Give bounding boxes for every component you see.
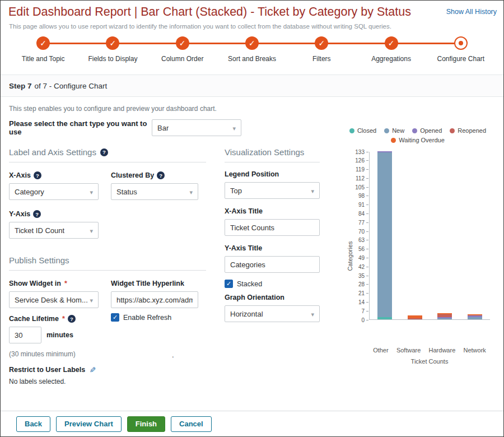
stacked-bar bbox=[437, 313, 452, 319]
stepper-steps: Title and TopicFields to DisplayColumn O… bbox=[8, 36, 496, 71]
finish-button[interactable]: Finish bbox=[127, 416, 165, 432]
y-tick-mark bbox=[366, 178, 368, 179]
legend-item[interactable]: Opened bbox=[412, 127, 442, 134]
stacked-bar bbox=[468, 314, 482, 319]
visualization-settings-title: Visualization Settings bbox=[225, 147, 304, 157]
cache-lifetime-input[interactable] bbox=[9, 327, 41, 343]
step-check-icon bbox=[245, 36, 259, 50]
graph-orientation-select[interactable]: Horizontal bbox=[225, 305, 320, 322]
y-tick: 0 bbox=[361, 317, 368, 323]
legend-position-value: Top bbox=[230, 187, 242, 195]
widget-hyperlink-field: Widget Title Hyperlink Enable Refresh bbox=[111, 271, 198, 308]
legend-dot-icon bbox=[384, 128, 389, 133]
stepper-step[interactable]: Column Order bbox=[148, 36, 217, 71]
preview-chart-button[interactable]: Preview Chart bbox=[56, 416, 122, 432]
cancel-button[interactable]: Cancel bbox=[171, 416, 212, 432]
y-tick-mark bbox=[366, 213, 368, 214]
y-tick-label: 0 bbox=[361, 317, 365, 323]
show-all-history-link[interactable]: Show All History bbox=[446, 8, 497, 16]
clustered-by-select[interactable]: Status bbox=[111, 183, 198, 200]
legend-position-label-text: Legend Position bbox=[225, 170, 279, 178]
x-axis-value: Category bbox=[15, 188, 44, 196]
y-tick: 119 bbox=[356, 166, 368, 173]
y-tick-mark bbox=[366, 320, 368, 320]
chart-type-value: Bar bbox=[157, 124, 169, 132]
step-label: Sort and Breaks bbox=[228, 55, 276, 63]
stepper-step[interactable]: Configure Chart bbox=[426, 36, 496, 71]
edit-pencil-icon[interactable] bbox=[88, 366, 97, 373]
y-tick-label: 119 bbox=[356, 166, 365, 173]
y-tick: 84 bbox=[358, 211, 368, 217]
stacked-checkbox[interactable] bbox=[225, 280, 233, 288]
help-icon[interactable] bbox=[34, 171, 41, 179]
stacked-row: Stacked bbox=[225, 280, 320, 288]
chart-preview: ClosedNewOpenedReopenedWaiting Overdue C… bbox=[337, 127, 499, 347]
y-tick-mark bbox=[366, 169, 368, 170]
y-axis-title-input[interactable] bbox=[225, 256, 320, 273]
y-tick-mark bbox=[366, 222, 368, 223]
stepper-step[interactable]: Fields to Display bbox=[78, 36, 147, 71]
x-axis-select[interactable]: Category bbox=[9, 183, 99, 200]
y-tick-mark bbox=[366, 152, 368, 152]
legend-item[interactable]: Closed bbox=[349, 127, 376, 134]
y-tick-mark bbox=[366, 293, 368, 294]
chevron-down-icon bbox=[311, 310, 314, 318]
legend-item[interactable]: Waiting Overdue bbox=[391, 137, 445, 143]
chart-type-select[interactable]: Bar bbox=[152, 119, 241, 136]
y-tick: 35 bbox=[358, 273, 368, 279]
step-description: This step enables you to configure and p… bbox=[9, 105, 217, 113]
graph-orientation-label-text: Graph Orientation bbox=[225, 294, 284, 301]
legend-item[interactable]: New bbox=[384, 127, 404, 134]
show-widget-label: Show Widget in bbox=[9, 280, 61, 287]
help-icon[interactable] bbox=[68, 315, 76, 323]
clustered-by-value: Status bbox=[116, 188, 137, 196]
y-tick-label: 91 bbox=[358, 202, 365, 208]
stepper-step[interactable]: Sort and Breaks bbox=[217, 36, 287, 71]
chart-x-labels: OtherSoftwareHardwareNetwork bbox=[369, 347, 490, 354]
legend-position-select[interactable]: Top bbox=[225, 182, 320, 199]
cache-lifetime-field: Cache Lifetime * minutes (30 minutes min… bbox=[9, 315, 206, 358]
y-axis-select[interactable]: Ticket ID Count bbox=[9, 222, 99, 239]
show-widget-label-row: Show Widget in * bbox=[9, 280, 99, 287]
cache-lifetime-hint: (30 minutes minimum) bbox=[9, 350, 206, 358]
y-tick-mark bbox=[366, 284, 368, 285]
back-button[interactable]: Back bbox=[16, 416, 50, 432]
y-tick: 56 bbox=[358, 246, 368, 252]
help-icon[interactable] bbox=[33, 210, 41, 218]
y-tick: 112 bbox=[356, 175, 368, 182]
y-tick: 98 bbox=[358, 193, 368, 199]
chart-x-axis-title: Ticket Counts bbox=[369, 358, 490, 365]
stepper-step[interactable]: Aggregations bbox=[356, 36, 426, 71]
bar-segment bbox=[468, 317, 482, 320]
bar-segment bbox=[408, 318, 422, 319]
y-tick-label: 7 bbox=[361, 308, 365, 314]
y-tick-mark bbox=[366, 258, 368, 258]
stacked-bar bbox=[408, 315, 422, 319]
chart-type-row: Please select the chart type you want to… bbox=[9, 119, 241, 136]
legend-dot-icon bbox=[412, 128, 417, 133]
legend-item[interactable]: Reopened bbox=[450, 127, 486, 134]
legend-label: Reopened bbox=[458, 127, 486, 134]
x-axis-title-input[interactable] bbox=[225, 219, 320, 236]
bar-slot bbox=[400, 315, 430, 319]
bar-slot bbox=[460, 314, 490, 319]
stepper-step[interactable]: Filters bbox=[287, 36, 356, 71]
y-tick-mark bbox=[366, 267, 368, 267]
step-label: Column Order bbox=[161, 55, 203, 63]
y-axis-label-row: Y-Axis bbox=[9, 210, 99, 218]
restrict-user-labels-label: Restrict to User Labels bbox=[9, 366, 85, 374]
y-tick: 14 bbox=[358, 299, 368, 305]
clustered-by-label-row: Clustered By bbox=[111, 171, 198, 179]
y-tick-mark bbox=[366, 196, 368, 196]
bar-segment bbox=[377, 317, 392, 320]
y-axis-label: Y-Axis bbox=[9, 210, 30, 218]
legend-label: Closed bbox=[357, 127, 376, 134]
widget-hyperlink-input[interactable] bbox=[111, 291, 198, 308]
bar-segment bbox=[437, 318, 452, 319]
y-tick: 105 bbox=[355, 184, 368, 190]
help-icon[interactable] bbox=[100, 148, 108, 156]
help-icon[interactable] bbox=[157, 171, 165, 179]
stepper-step[interactable]: Title and Topic bbox=[8, 36, 78, 71]
chevron-down-icon bbox=[90, 226, 93, 235]
show-widget-select[interactable]: Service Desk & Hom... bbox=[9, 291, 99, 308]
